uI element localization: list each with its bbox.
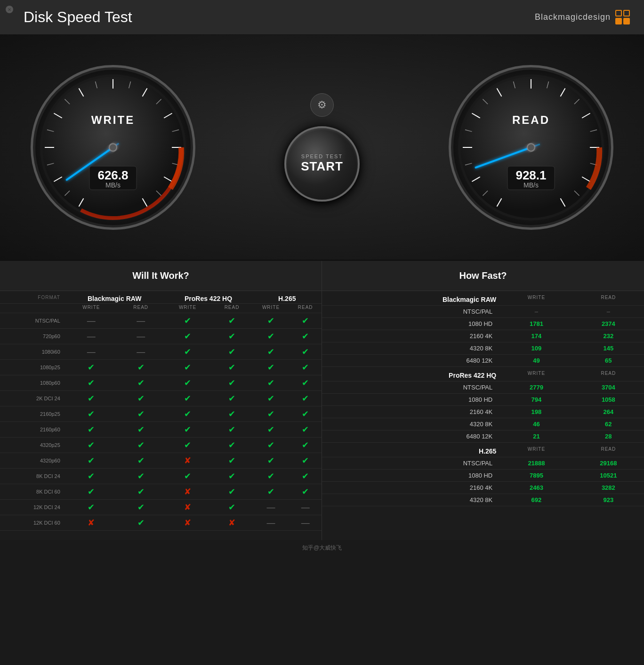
how-fast-row-label: 1080 HD xyxy=(322,318,500,330)
how-fast-read-val: 264 xyxy=(573,406,644,418)
how-fast-write-val: 109 xyxy=(500,342,572,355)
svg-text:WRITE: WRITE xyxy=(91,114,135,126)
prores-group-header: ProRes 422 HQ xyxy=(164,291,253,304)
row-cell: ✔ xyxy=(211,360,253,375)
row-cell: — xyxy=(118,329,164,344)
will-work-row: 1080p60✔✔✔✔✔✔ xyxy=(0,375,322,391)
brand-sq-4 xyxy=(623,18,630,24)
row-cell: — xyxy=(65,313,118,329)
h265-read-header: READ xyxy=(289,304,322,313)
row-label: 2160p25 xyxy=(0,406,65,422)
row-cell: ✔ xyxy=(118,422,164,438)
row-label: 1080p25 xyxy=(0,360,65,375)
row-cell: ✔ xyxy=(289,422,322,438)
row-label: 1080i60 xyxy=(0,344,65,360)
row-cell: ✔ xyxy=(211,329,253,344)
how-fast-write-val: 46 xyxy=(500,418,572,430)
how-fast-data-row: NTSC/PAL–– xyxy=(322,306,644,318)
row-cell: ✘ xyxy=(164,484,211,500)
how-fast-group-name: ProRes 422 HQ xyxy=(322,367,500,381)
close-button[interactable]: ✕ xyxy=(6,6,13,13)
how-fast-group-header-row: Blackmagic RAWWRITEREAD xyxy=(322,291,644,306)
row-cell: ✔ xyxy=(164,329,211,344)
empty-header xyxy=(0,304,65,313)
how-fast-data-row: 2160 4K198264 xyxy=(322,406,644,418)
row-cell: ✘ xyxy=(211,515,253,531)
how-fast-read-val: 1058 xyxy=(573,394,644,406)
row-label: 2K DCI 24 xyxy=(0,391,65,406)
how-fast-panel: How Fast? Blackmagic RAWWRITEREADNTSC/PA… xyxy=(322,261,644,540)
row-cell: ✔ xyxy=(211,375,253,391)
row-cell: ✔ xyxy=(65,422,118,438)
row-cell: ✔ xyxy=(118,515,164,531)
h265-write-header: WRITE xyxy=(253,304,290,313)
brand-name: Blackmagicdesign xyxy=(535,12,611,22)
row-cell: ✔ xyxy=(65,453,118,469)
row-cell: ✔ xyxy=(211,438,253,453)
row-cell: ✔ xyxy=(253,391,290,406)
row-cell: ✔ xyxy=(211,391,253,406)
will-it-work-panel: Will It Work? FORMAT Blackmagic RAW ProR… xyxy=(0,261,322,540)
gear-icon: ⚙ xyxy=(317,99,327,111)
row-cell: ✔ xyxy=(253,422,290,438)
how-fast-write-val: 198 xyxy=(500,406,572,418)
how-fast-read-val: 29168 xyxy=(573,457,644,470)
data-section: Will It Work? FORMAT Blackmagic RAW ProR… xyxy=(0,261,644,540)
row-cell: — xyxy=(253,515,290,531)
how-fast-write-val: – xyxy=(500,306,572,318)
how-fast-row-label: NTSC/PAL xyxy=(322,457,500,470)
row-cell: ✔ xyxy=(211,484,253,500)
row-cell: ✔ xyxy=(164,360,211,375)
how-fast-read-val: 145 xyxy=(573,342,644,355)
how-fast-write-val: 49 xyxy=(500,355,572,367)
start-button[interactable]: SPEED TEST START xyxy=(284,126,360,202)
row-cell: ✔ xyxy=(164,391,211,406)
svg-text:MB/s: MB/s xyxy=(105,181,121,189)
how-fast-read-val: 2374 xyxy=(573,318,644,330)
brand-sq-2 xyxy=(623,10,630,16)
row-cell: ✔ xyxy=(65,406,118,422)
row-cell: ✔ xyxy=(211,344,253,360)
row-cell: — xyxy=(289,515,322,531)
row-cell: ✔ xyxy=(289,484,322,500)
prores-read-header: READ xyxy=(211,304,253,313)
how-fast-group-name: Blackmagic RAW xyxy=(322,291,500,306)
how-fast-data-row: 1080 HD17812374 xyxy=(322,318,644,330)
how-fast-group-header-row: ProRes 422 HQWRITEREAD xyxy=(322,367,644,381)
how-fast-read-val: 3704 xyxy=(573,381,644,394)
write-col: WRITE xyxy=(500,291,572,306)
row-cell: ✔ xyxy=(164,438,211,453)
will-work-row: 4320p25✔✔✔✔✔✔ xyxy=(0,438,322,453)
row-cell: ✘ xyxy=(164,500,211,515)
row-cell: ✔ xyxy=(289,406,322,422)
how-fast-write-val: 7895 xyxy=(500,470,572,482)
how-fast-data-row: 6480 12K2128 xyxy=(322,430,644,443)
title-bar: ✕ Disk Speed Test Blackmagicdesign xyxy=(0,0,644,35)
row-cell: ✔ xyxy=(164,406,211,422)
row-cell: ✔ xyxy=(253,313,290,329)
settings-button[interactable]: ⚙ xyxy=(310,93,334,117)
will-work-row: 2K DCI 24✔✔✔✔✔✔ xyxy=(0,391,322,406)
svg-text:MB/s: MB/s xyxy=(523,181,539,189)
row-cell: — xyxy=(118,313,164,329)
how-fast-group-header-row: H.265WRITEREAD xyxy=(322,443,644,457)
how-fast-table: Blackmagic RAWWRITEREADNTSC/PAL––1080 HD… xyxy=(322,291,644,506)
row-label: 12K DCI 24 xyxy=(0,500,65,515)
app-title: Disk Speed Test xyxy=(24,8,132,26)
row-cell: ✔ xyxy=(118,438,164,453)
row-cell: ✔ xyxy=(118,500,164,515)
read-gauge-wrapper: READ 928.1 MB/s xyxy=(446,63,616,232)
how-fast-row-label: 6480 12K xyxy=(322,430,500,443)
row-cell: ✔ xyxy=(289,438,322,453)
how-fast-data-row: 4320 8K109145 xyxy=(322,342,644,355)
how-fast-data-row: 4320 8K4662 xyxy=(322,418,644,430)
row-cell: ✔ xyxy=(253,329,290,344)
row-cell: ✔ xyxy=(118,375,164,391)
row-cell: ✔ xyxy=(211,422,253,438)
row-cell: — xyxy=(118,344,164,360)
how-fast-row-label: NTSC/PAL xyxy=(322,381,500,394)
row-cell: ✔ xyxy=(65,391,118,406)
prores-write-header: WRITE xyxy=(164,304,211,313)
h265-group-header: H.265 xyxy=(253,291,322,304)
will-work-row: 2160p25✔✔✔✔✔✔ xyxy=(0,406,322,422)
